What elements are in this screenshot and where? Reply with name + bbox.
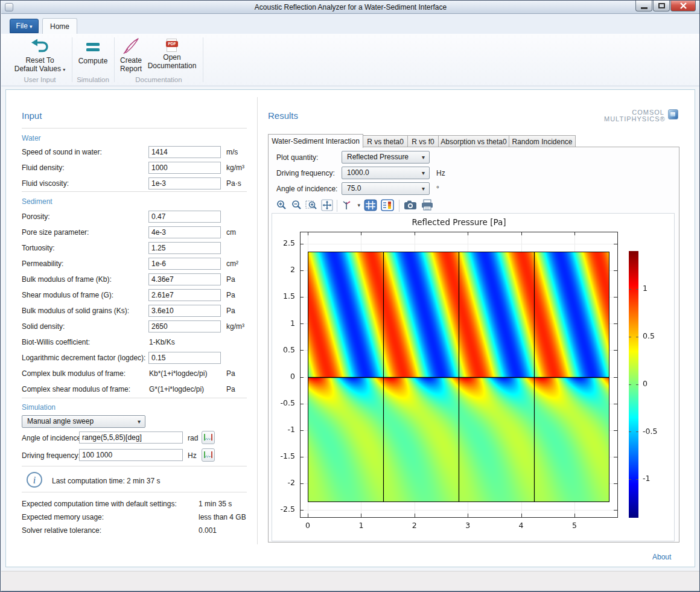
fluid-viscosity-input[interactable] <box>148 177 221 189</box>
tortuosity-input[interactable] <box>148 242 221 254</box>
field-label: Fluid viscosity: <box>22 179 69 188</box>
tab-absorption-vs-theta0[interactable]: Absorption vs theta0 <box>439 135 509 148</box>
bulk-modulus-grains-input[interactable] <box>148 305 221 317</box>
group-label-user-input: User Input <box>12 76 68 83</box>
field-label: Logarithmic decrement factor (logdec): <box>22 354 145 362</box>
stat-label: Expected memory usage: <box>22 513 104 521</box>
create-report-button[interactable]: Create Report <box>116 36 146 73</box>
field-label: Permeability: <box>22 259 63 268</box>
field-label: Biot-Willis coefficient: <box>22 338 90 346</box>
sweep-type-select[interactable]: Manual angle sweep <box>22 415 145 428</box>
angle-range-button[interactable] <box>202 431 215 444</box>
divider <box>22 128 247 129</box>
field-label: Driving frequency: <box>276 169 335 177</box>
maximize-button[interactable] <box>653 1 670 11</box>
compute-button[interactable]: Compute <box>75 36 111 65</box>
tab-r-vs-theta0[interactable]: R vs theta0 <box>363 135 408 148</box>
dropdown-caret-icon: ▾ <box>63 67 65 72</box>
zoom-extents-button[interactable] <box>321 199 334 212</box>
column-divider <box>257 97 258 544</box>
color-legend-toggle-button[interactable] <box>381 199 394 212</box>
field-label: Complex bulk modulus of frame: <box>22 369 126 378</box>
printer-icon <box>421 199 434 211</box>
print-button[interactable] <box>421 199 434 212</box>
zoom-extents-icon <box>321 199 333 211</box>
range-icon <box>202 449 214 461</box>
sediment-section-heading: Sediment <box>22 197 52 206</box>
frequency-range-button[interactable] <box>202 448 215 462</box>
grid-toggle-button[interactable] <box>364 199 377 212</box>
unit-label: ° <box>436 185 439 193</box>
last-computation-time: Last computation time: 2 min 37 s <box>52 477 160 485</box>
open-documentation-button[interactable]: PDF Open Documentation <box>146 36 198 70</box>
ribbon: Reset To Default Values ▾ Compute Create… <box>1 34 700 86</box>
status-bar <box>1 571 700 591</box>
field-label: Fluid density: <box>22 164 65 172</box>
snapshot-button[interactable] <box>404 199 417 212</box>
window-title: Acoustic Reflection Analyzer for a Water… <box>1 3 700 11</box>
zoom-out-button[interactable] <box>291 199 304 212</box>
unit-label: kg/m³ <box>226 164 244 172</box>
unit-label: Hz <box>436 169 445 177</box>
stat-value: 0.001 <box>199 526 217 535</box>
divider <box>22 191 247 192</box>
field-label: Pore size parameter: <box>22 228 89 237</box>
tab-water-sediment-interaction[interactable]: Water-Sediment Interaction <box>268 134 363 148</box>
view-orientation-button[interactable]: ▾ <box>341 199 360 212</box>
zoom-box-icon <box>305 199 319 211</box>
undo-arrow-icon <box>30 37 50 54</box>
pore-size-input[interactable] <box>148 226 221 238</box>
minimize-button[interactable] <box>635 1 652 11</box>
field-label: Angle of incidence: <box>276 185 337 193</box>
zoom-in-button[interactable] <box>276 199 289 212</box>
field-label: Bulk modulus of frame (Kb): <box>22 275 112 284</box>
unit-label: Pa <box>226 369 235 378</box>
shear-modulus-frame-input[interactable] <box>148 289 221 301</box>
field-label: Solid density: <box>22 322 65 331</box>
field-label: Plot quantity: <box>276 153 318 162</box>
maximize-icon <box>658 3 665 8</box>
close-button[interactable] <box>670 1 696 11</box>
unit-label: Hz <box>188 451 197 460</box>
zoom-box-button[interactable] <box>305 199 319 212</box>
toolbar-separator <box>399 200 399 212</box>
tab-home[interactable]: Home <box>42 18 77 34</box>
minimize-icon <box>641 7 648 9</box>
permeability-input[interactable] <box>148 258 221 270</box>
plot-quantity-select[interactable]: Reflected Pressure <box>342 151 430 164</box>
fluid-density-input[interactable] <box>148 162 221 174</box>
porosity-input[interactable] <box>148 211 221 223</box>
logdec-input[interactable] <box>148 352 221 364</box>
pdf-icon: PDF <box>166 37 178 53</box>
ribbon-separator <box>114 37 115 82</box>
field-label: Angle of incidence: <box>22 434 83 442</box>
tab-random-incidence[interactable]: Random Incidence <box>509 135 576 148</box>
complex-shear-value: G*(1+i*logdec/pi) <box>149 385 204 393</box>
solid-density-input[interactable] <box>148 320 221 333</box>
bulk-modulus-frame-input[interactable] <box>148 273 221 285</box>
plot-frequency-select[interactable]: 1000.0 <box>342 167 430 179</box>
divider <box>22 398 247 398</box>
tab-r-vs-f0[interactable]: R vs f0 <box>408 135 439 148</box>
reset-to-default-values-button[interactable]: Reset To Default Values ▾ <box>12 36 68 74</box>
ribbon-separator <box>203 37 203 82</box>
about-link[interactable]: About <box>652 553 671 561</box>
complex-bulk-value: Kb*(1+i*logdec/pi) <box>149 369 207 378</box>
unit-label: Pa <box>226 291 235 299</box>
dropdown-caret-icon: ▾ <box>357 202 360 208</box>
field-label: Speed of sound in water: <box>22 148 102 156</box>
water-section-heading: Water <box>22 134 41 142</box>
field-label: Shear modulus of frame (G): <box>22 291 113 299</box>
unit-label: rad <box>188 434 198 442</box>
reflected-pressure-heatmap[interactable] <box>272 214 673 541</box>
unit-label: kg/m³ <box>226 322 244 331</box>
speed-of-sound-input[interactable] <box>148 146 221 158</box>
angle-of-incidence-input[interactable] <box>79 431 183 444</box>
group-label-documentation: Documentation <box>122 76 196 83</box>
file-menu-button[interactable]: File <box>10 19 39 33</box>
driving-frequency-input[interactable] <box>79 449 183 461</box>
comsol-cube-icon <box>668 109 678 119</box>
plot-angle-select[interactable]: 75.0 <box>342 182 430 195</box>
unit-label: Pa·s <box>226 179 241 188</box>
ribbon-tab-row: File Home <box>1 14 700 34</box>
